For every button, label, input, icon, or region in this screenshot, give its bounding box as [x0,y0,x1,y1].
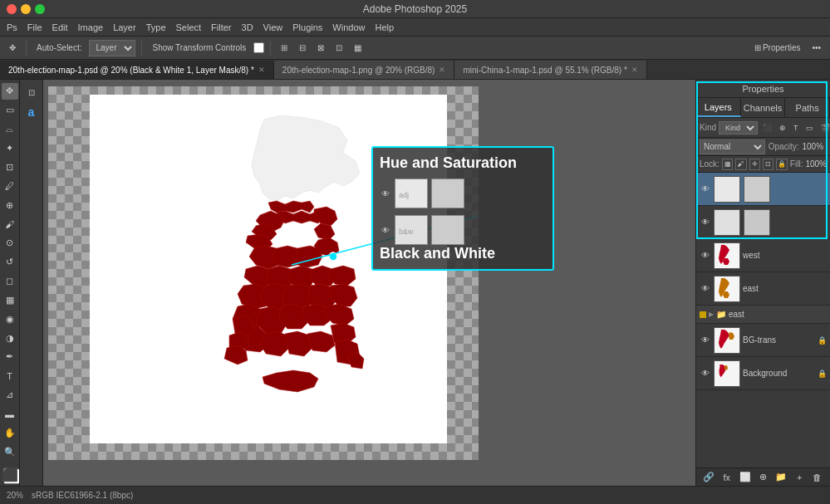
path-tool[interactable]: ⊿ [2,387,18,404]
adjustment-filter-btn[interactable]: ⊕ [777,120,788,135]
tab-2[interactable]: mini-China-1-map-1.psd @ 55.1% (RGB/8) *… [454,61,646,79]
lasso-tool[interactable]: ⌓ [2,121,18,138]
eye-east[interactable]: 👁 [700,283,711,295]
lock-artboard-btn[interactable]: ⊡ [763,159,774,170]
link-layers-btn[interactable]: 🔗 [701,470,716,485]
layer-hue-saturation[interactable]: 👁 [696,173,830,206]
lock-all-btn[interactable]: 🔒 [776,159,787,170]
eraser-tool[interactable]: ◻ [2,273,18,290]
properties-header: Properties [696,80,830,98]
eye-bw[interactable]: 👁 [700,217,711,228]
hand-tool[interactable]: ✋ [2,424,18,441]
pixel-filter-btn[interactable]: ⬛ [760,120,774,135]
menu-image[interactable]: Image [78,22,104,32]
sec-tool-1[interactable]: ⊡ [22,83,41,101]
bw-title: Black and White [380,245,546,262]
move-tool-btn[interactable]: ✥ [5,39,20,57]
layer-black-white[interactable]: 👁 [696,206,830,239]
clone-tool[interactable]: ⊙ [2,235,18,252]
bw-eye-icon[interactable]: 👁 [380,224,391,236]
layer-west[interactable]: 👁 west [696,239,830,272]
new-group-btn[interactable]: 📁 [774,470,788,485]
fill-value: 100% [805,159,827,169]
sec-tool-2[interactable]: a [22,103,41,121]
tab-1[interactable]: 20th-election-map-1.png @ 20% (RGB/8) ✕ [274,61,455,79]
shape-filter-btn[interactable]: ▭ [803,120,816,135]
crop-tool[interactable]: ⊡ [2,159,18,175]
layer-bg-trans[interactable]: 👁 BG-trans 🔒 [696,324,830,357]
menu-window[interactable]: Window [332,22,365,32]
new-layer-btn[interactable]: + [792,470,807,485]
lock-transparent-btn[interactable]: ▦ [722,159,733,170]
layers-lock-row: Lock: ▦ 🖌 ✛ ⊡ 🔒 Fill: 100% [696,156,830,173]
history-tool[interactable]: ↺ [2,254,18,271]
type-filter-btn[interactable]: T [791,120,801,135]
kind-filter-dropdown[interactable]: Kind [719,121,758,135]
layer-background[interactable]: 👁 Background 🔒 [696,357,830,390]
minimize-button[interactable] [21,4,31,14]
tab-0-close[interactable]: ✕ [258,66,265,74]
add-mask-btn[interactable]: ⬜ [738,470,753,485]
menu-select[interactable]: Select [176,22,202,32]
eye-background[interactable]: 👁 [700,368,711,379]
document-canvas[interactable] [48,86,479,460]
eye-bg-trans[interactable]: 👁 [700,335,711,346]
menu-plugins[interactable]: Plugins [292,22,322,32]
menu-layer[interactable]: Layer [113,22,136,32]
brush-tool[interactable]: 🖌 [2,216,18,232]
healing-tool[interactable]: ⊕ [2,197,18,213]
align-btn-3[interactable]: ⊠ [313,39,328,57]
bw-thumb-1: b&w [395,215,428,245]
fx-btn[interactable]: fx [719,470,734,485]
group-expand-arrow[interactable]: ▶ [709,311,714,318]
select-rect-tool[interactable]: ▭ [2,102,18,119]
shape-tool[interactable]: ▬ [2,406,18,423]
lock-position-btn[interactable]: ✛ [749,159,760,170]
autoselect-dropdown[interactable]: Layer Group [89,40,135,56]
pen-tool[interactable]: ✒ [2,349,18,365]
dodge-tool[interactable]: ◑ [2,330,18,346]
move-tool[interactable]: ✥ [2,83,18,100]
eye-west[interactable]: 👁 [700,250,711,262]
tab-channels[interactable]: Channels [741,98,786,117]
eye-hue-sat[interactable]: 👁 [700,183,711,195]
align-btn-1[interactable]: ⊞ [277,39,292,57]
properties-btn[interactable]: ⊞ Properties [750,39,805,57]
delete-layer-btn[interactable]: 🗑 [810,470,825,485]
wand-tool[interactable]: ✦ [2,140,18,157]
add-adjustment-btn[interactable]: ⊕ [755,470,770,485]
close-button[interactable] [7,4,17,14]
menu-view[interactable]: View [263,22,283,32]
more-btn[interactable]: ••• [808,39,825,57]
distribute-btn-1[interactable]: ⊡ [332,39,346,57]
layer-group-east[interactable]: ▶ 📁 east [696,306,830,324]
fg-bg-colors[interactable]: ⬛ [2,466,18,482]
blur-tool[interactable]: ◉ [2,311,18,327]
smart-filter-btn[interactable]: 🎬 [818,120,830,135]
tab-2-close[interactable]: ✕ [631,66,638,74]
tab-1-close[interactable]: ✕ [439,66,445,74]
transform-checkbox[interactable] [253,42,264,53]
distribute-btn-2[interactable]: ▦ [350,39,366,57]
blend-mode-select[interactable]: Normal [700,139,765,154]
menu-filter[interactable]: Filter [211,22,231,32]
align-btn-2[interactable]: ⊟ [295,39,310,57]
tab-layers[interactable]: Layers [696,98,741,117]
type-tool[interactable]: T [2,368,18,384]
menu-type[interactable]: Type [146,22,166,32]
menu-help[interactable]: Help [375,22,394,32]
tab-paths[interactable]: Paths [785,98,830,117]
eyedropper-tool[interactable]: 🖊 [2,178,18,194]
hs-eye-icon[interactable]: 👁 [380,188,391,199]
tab-0[interactable]: 20th-election-map-1.psd @ 20% (Black & W… [0,61,274,79]
layers-list: 👁 👁 [696,173,830,467]
menu-3d[interactable]: 3D [242,22,253,32]
menu-edit[interactable]: Edit [52,22,68,32]
menu-ps[interactable]: Ps [7,22,17,32]
zoom-tool[interactable]: 🔍 [2,443,18,460]
layer-east[interactable]: 👁 east [696,272,830,306]
gradient-tool[interactable]: ▦ [2,291,18,308]
menu-file[interactable]: File [27,22,42,32]
lock-image-btn[interactable]: 🖌 [735,159,746,170]
maximize-button[interactable] [35,4,45,14]
